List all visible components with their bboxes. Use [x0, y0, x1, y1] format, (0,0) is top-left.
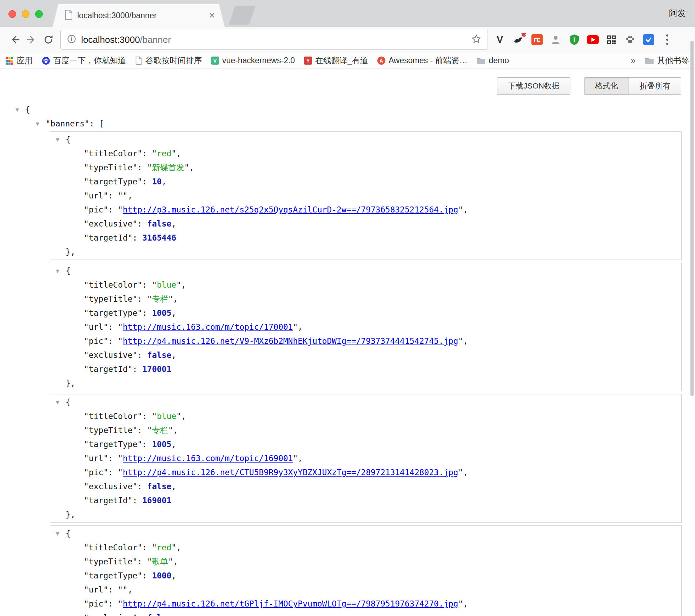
bookmark-baidu[interactable]: 百度一下，你就知道	[42, 55, 126, 66]
comma	[128, 191, 133, 200]
window-controls	[8, 10, 43, 18]
format-button[interactable]: 格式化	[584, 77, 629, 95]
json-number-value: 170001	[142, 365, 171, 374]
close-window-button[interactable]	[8, 10, 16, 18]
comma	[171, 308, 176, 317]
bookmark-vue-hackernews[interactable]: V vue-hackernews-2.0	[211, 56, 295, 65]
close-brace	[66, 510, 75, 519]
awesomes-icon: A	[377, 57, 385, 65]
profile-name[interactable]: 阿发	[669, 0, 686, 27]
comma	[171, 219, 176, 228]
bookmark-apps[interactable]: 应用	[6, 55, 33, 66]
reload-button[interactable]	[40, 31, 57, 48]
json-property-line: targetId170001	[84, 362, 676, 376]
new-tab-button[interactable]	[229, 6, 256, 25]
translate-extension-button[interactable]: 英	[512, 33, 525, 47]
json-boolean-value: false	[147, 350, 171, 360]
comma	[173, 426, 178, 435]
json-link-value[interactable]: http://music.163.com/m/topic/169001	[123, 454, 293, 463]
bookmark-star-icon[interactable]	[471, 34, 481, 45]
json-property-line: targetId169001	[84, 493, 676, 507]
json-key: banners	[46, 119, 99, 128]
browser-tab[interactable]: localhost:3000/banner ×	[53, 4, 225, 27]
vimium-extension-button[interactable]: V	[494, 33, 506, 47]
json-string-value	[118, 585, 128, 594]
comma	[176, 149, 181, 158]
json-link-value[interactable]: http://p4.music.126.net/CTU5B9R9y3XyYBZX…	[123, 468, 458, 477]
collapse-triangle-icon[interactable]	[56, 133, 63, 147]
json-key: exclusive	[84, 219, 147, 228]
json-link-value[interactable]: http://p4.music.126.net/V9-MXz6b2MNhEKju…	[123, 336, 458, 346]
other-bookmarks[interactable]: 其他书签	[645, 55, 689, 66]
folder-icon	[476, 57, 485, 65]
info-icon[interactable]	[67, 34, 76, 45]
comma	[181, 412, 186, 421]
json-link-value[interactable]: http://music.163.com/m/topic/170001	[123, 322, 293, 332]
scrollbar-thumb[interactable]	[690, 41, 694, 396]
zoom-window-button[interactable]	[35, 10, 43, 18]
quote	[118, 205, 123, 214]
json-property-line: url	[84, 583, 676, 597]
json-key: typeTitle	[84, 557, 147, 566]
qr-code-icon	[607, 35, 616, 45]
json-property-line: exclusivefalse	[84, 217, 676, 231]
svg-text:T: T	[572, 37, 576, 43]
collapse-triangle-icon[interactable]	[56, 264, 63, 278]
collapse-triangle-icon[interactable]	[56, 395, 63, 409]
json-property-line: targetType1000	[84, 569, 676, 583]
forward-button[interactable]	[23, 31, 40, 48]
collapse-triangle-icon[interactable]	[15, 103, 22, 117]
address-input[interactable]: localhost:3000/banner	[60, 30, 488, 50]
bookmark-folder-demo[interactable]: demo	[476, 56, 509, 65]
folder-icon	[645, 57, 654, 65]
fehelper-extension-button[interactable]: FE	[531, 33, 543, 47]
open-bracket	[99, 119, 104, 128]
comma	[171, 350, 176, 360]
back-button[interactable]	[6, 31, 23, 48]
collapse-all-button[interactable]: 折叠所有	[629, 77, 681, 95]
bookmark-youdao[interactable]: Y 在线翻译_有道	[304, 55, 368, 66]
bookmark-label: demo	[489, 56, 509, 65]
json-key: exclusive	[84, 350, 147, 360]
page-favicon-icon	[65, 10, 73, 21]
youtube-extension-button[interactable]	[587, 33, 599, 47]
minimize-window-button[interactable]	[22, 10, 29, 18]
qrcode-extension-button[interactable]	[605, 33, 618, 47]
bookmark-label: vue-hackernews-2.0	[222, 56, 295, 65]
json-key: titleColor	[84, 149, 152, 158]
download-json-button[interactable]: 下载JSON数据	[497, 77, 570, 95]
json-string-value: 新碟首发	[147, 163, 189, 172]
json-link-value[interactable]: http://p4.music.126.net/tGPljf-IMOCyPvum…	[123, 599, 458, 608]
open-brace	[66, 529, 71, 538]
quote	[458, 205, 463, 214]
comma	[463, 599, 468, 608]
bookmarks-overflow-chevron[interactable]: »	[631, 55, 636, 66]
fehelper-icon: FE	[531, 34, 543, 45]
translate-badge: 英	[522, 32, 526, 38]
trafficlight-extension-button[interactable]: T	[568, 33, 581, 47]
page-content: 下载JSON数据 格式化 折叠所有 banners titleColorred …	[0, 69, 695, 616]
comma	[176, 543, 181, 552]
tab-title: localhost:3000/banner	[77, 11, 205, 20]
json-boolean-value: false	[147, 219, 171, 228]
shield-check-extension-button[interactable]	[642, 33, 655, 47]
browser-menu-button[interactable]	[661, 33, 674, 47]
json-key: pic	[84, 468, 118, 477]
json-object-box: titleColorblue typeTitle专栏 targetType100…	[50, 394, 682, 523]
comma	[171, 613, 176, 616]
comma	[171, 482, 176, 491]
shield-t-icon: T	[569, 34, 580, 45]
bookmark-google-sort[interactable]: 谷歌按时间排序	[135, 55, 202, 66]
account-extension-button[interactable]	[549, 33, 562, 47]
vue-icon: V	[211, 57, 219, 65]
bookmark-awesomes[interactable]: A Awesomes - 前端资…	[377, 55, 468, 66]
json-property-line: titleColorred	[84, 146, 676, 160]
json-property-line: url	[84, 189, 676, 203]
json-link-value[interactable]: http://p3.music.126.net/s25q2x5QyqsAzilC…	[123, 205, 458, 214]
tab-close-icon[interactable]: ×	[209, 11, 215, 20]
collapse-triangle-icon[interactable]	[56, 527, 63, 541]
collapse-triangle-icon[interactable]	[36, 117, 43, 131]
json-root-open-line	[15, 103, 695, 117]
youdao-icon: Y	[304, 57, 312, 65]
paw-extension-button[interactable]	[624, 33, 636, 47]
